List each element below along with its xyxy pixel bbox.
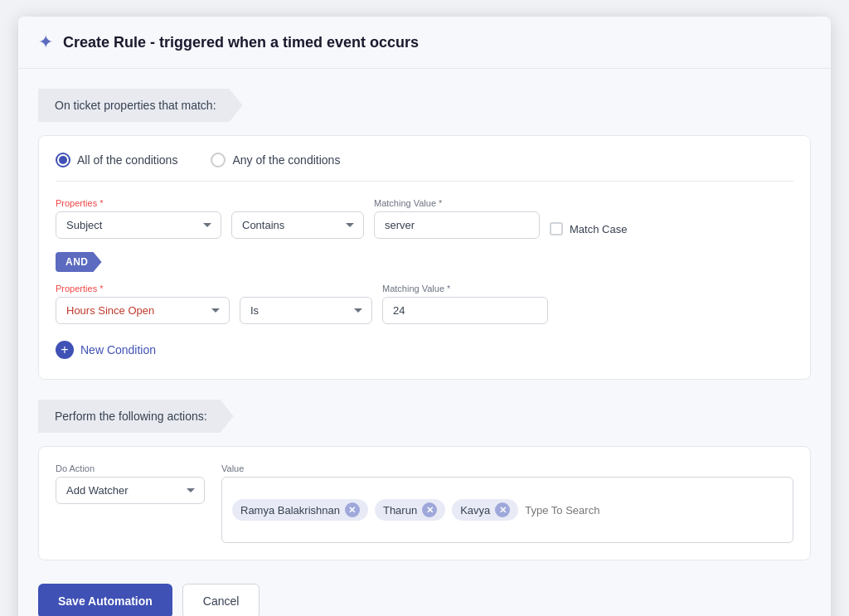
condition1-operator-select[interactable]: Contains bbox=[231, 211, 364, 239]
and-badge: AND bbox=[56, 252, 102, 272]
match-case-label: Match Case bbox=[570, 223, 627, 235]
condition1-operator-group: Contains bbox=[231, 198, 364, 239]
conditions-section: On ticket properties that match: All of … bbox=[38, 89, 811, 380]
tag-search-input[interactable] bbox=[525, 504, 783, 517]
value-label: Value bbox=[221, 463, 793, 473]
conditions-card: All of the conditions Any of the conditi… bbox=[38, 135, 811, 380]
tag-kavya-remove[interactable]: ✕ bbox=[495, 502, 510, 517]
radio-any-label: Any of the conditions bbox=[232, 153, 340, 167]
tag-tharun-remove[interactable]: ✕ bbox=[422, 502, 437, 517]
condition1-matching-group: Matching Value * bbox=[374, 198, 540, 239]
tags-input-container[interactable]: Ramya Balakrishnan ✕ Tharun ✕ Kavya ✕ bbox=[221, 477, 793, 543]
conditions-section-header: On ticket properties that match: bbox=[38, 89, 243, 122]
tag-ramya-name: Ramya Balakrishnan bbox=[240, 504, 340, 517]
do-action-label: Do Action bbox=[56, 463, 205, 473]
condition2-matching-input[interactable] bbox=[382, 297, 548, 324]
tag-kavya: Kavya ✕ bbox=[452, 499, 518, 521]
condition1-property-select[interactable]: Subject bbox=[56, 211, 221, 239]
radio-all-conditions[interactable]: All of the conditions bbox=[56, 153, 177, 167]
condition2-operator-select[interactable]: Is bbox=[240, 297, 372, 324]
sparkle-icon: ✦ bbox=[38, 32, 53, 53]
condition-row-1: Properties * Subject Contains Matchin bbox=[56, 198, 793, 239]
tag-ramya: Ramya Balakrishnan ✕ bbox=[232, 499, 368, 521]
condition1-property-label: Properties * bbox=[56, 198, 221, 208]
tag-ramya-remove[interactable]: ✕ bbox=[345, 502, 360, 517]
radio-any-conditions[interactable]: Any of the conditions bbox=[211, 153, 340, 167]
condition1-operator-label bbox=[231, 198, 364, 208]
save-automation-button[interactable]: Save Automation bbox=[38, 584, 172, 616]
condition2-property-group: Properties * Hours Since Open bbox=[56, 284, 230, 324]
do-action-select[interactable]: Add Watcher bbox=[56, 477, 205, 504]
condition2-operator-label bbox=[240, 284, 372, 293]
match-case-checkbox[interactable] bbox=[550, 222, 563, 235]
actions-card: Do Action Add Watcher Value Ramya Balakr… bbox=[38, 446, 811, 560]
new-condition-button[interactable]: + New Condition bbox=[56, 337, 156, 362]
condition2-matching-label: Matching Value * bbox=[382, 284, 548, 293]
tag-tharun: Tharun ✕ bbox=[375, 499, 445, 521]
condition1-matching-label: Matching Value * bbox=[374, 198, 540, 208]
modal-title: Create Rule - triggered when a timed eve… bbox=[63, 34, 419, 51]
do-action-group: Do Action Add Watcher bbox=[56, 463, 205, 504]
radio-any-circle bbox=[211, 153, 226, 167]
actions-section-header: Perform the following actions: bbox=[38, 400, 234, 433]
condition2-property-label: Properties * bbox=[56, 284, 230, 293]
radio-all-circle bbox=[56, 153, 70, 167]
condition-row-2: Properties * Hours Since Open Is Matc bbox=[56, 284, 793, 324]
plus-icon: + bbox=[56, 341, 74, 359]
cancel-button[interactable]: Cancel bbox=[182, 584, 260, 616]
condition2-property-select[interactable]: Hours Since Open bbox=[56, 297, 230, 324]
actions-row: Do Action Add Watcher Value Ramya Balakr… bbox=[56, 463, 793, 543]
condition2-operator-group: Is bbox=[240, 284, 372, 324]
actions-section: Perform the following actions: Do Action… bbox=[38, 400, 811, 560]
tag-kavya-name: Kavya bbox=[460, 504, 490, 517]
create-rule-modal: ✦ Create Rule - triggered when a timed e… bbox=[18, 17, 831, 616]
value-group: Value Ramya Balakrishnan ✕ Tharun ✕ bbox=[221, 463, 793, 543]
condition1-property-group: Properties * Subject bbox=[56, 198, 221, 239]
radio-all-label: All of the conditions bbox=[77, 153, 177, 167]
tag-tharun-name: Tharun bbox=[383, 504, 417, 517]
condition2-matching-group: Matching Value * bbox=[382, 284, 548, 324]
match-case-group: Match Case bbox=[550, 222, 627, 239]
conditions-radio-group: All of the conditions Any of the conditi… bbox=[56, 153, 793, 182]
modal-header: ✦ Create Rule - triggered when a timed e… bbox=[18, 17, 831, 69]
modal-body: On ticket properties that match: All of … bbox=[18, 69, 831, 616]
footer: Save Automation Cancel bbox=[38, 580, 811, 616]
condition1-matching-input[interactable] bbox=[374, 211, 540, 239]
